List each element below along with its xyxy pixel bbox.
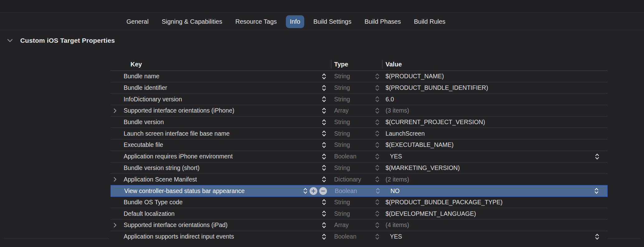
tab-general[interactable]: General [122,15,153,28]
key-label[interactable]: Supported interface orientations (iPad) [124,221,228,229]
plist-row[interactable]: View controller-based status bar appeara… [111,185,608,197]
key-stepper[interactable] [322,176,326,183]
value-label[interactable]: (3 items) [386,107,409,114]
tab-build-rules[interactable]: Build Rules [410,15,449,28]
type-stepper[interactable] [375,141,380,149]
type-stepper[interactable] [375,164,380,172]
plist-row[interactable]: Default localization String $(DEVELOPMEN… [111,208,608,220]
value-label[interactable]: $(CURRENT_PROJECT_VERSION) [386,119,485,126]
value-label[interactable]: $(DEVELOPMENT_LANGUAGE) [386,210,476,217]
key-stepper[interactable] [322,107,326,114]
type-cell[interactable]: String [331,71,382,82]
key-label[interactable]: Supported interface orientations (iPhone… [124,107,234,114]
value-label[interactable]: 6.0 [386,96,394,103]
plist-row[interactable]: Launch screen interface file base name S… [111,128,608,139]
type-stepper[interactable] [375,107,380,114]
plist-row[interactable]: Application Scene Manifest Dictionary (2… [111,174,608,185]
plist-row[interactable]: Supported interface orientations (iPad) … [111,220,608,231]
key-stepper[interactable] [322,130,326,137]
type-cell[interactable]: String [331,94,382,105]
type-stepper[interactable] [375,73,380,80]
key-stepper[interactable] [322,119,326,126]
key-label[interactable]: Launch screen interface file base name [124,130,230,137]
value-stepper[interactable] [595,153,599,160]
key-label[interactable]: Bundle version string (short) [124,164,200,172]
value-label[interactable]: YES [390,153,402,160]
type-cell[interactable]: Array [331,105,382,116]
plist-row[interactable]: Bundle name String $(PRODUCT_NAME) [111,71,608,82]
plist-row[interactable]: Application requires iPhone environment … [111,151,608,162]
value-label[interactable]: $(PRODUCT_BUNDLE_IDENTIFIER) [386,84,488,91]
type-stepper[interactable] [375,84,380,92]
type-stepper[interactable] [375,130,380,137]
key-label[interactable]: Bundle identifier [124,84,167,91]
type-stepper[interactable] [375,221,380,229]
chevron-right-icon[interactable] [113,177,117,182]
type-cell[interactable]: String [331,82,382,94]
key-stepper[interactable] [322,221,326,229]
value-label[interactable]: LaunchScreen [386,130,425,137]
type-cell[interactable]: String [331,128,382,139]
type-cell[interactable]: String [331,208,382,219]
tab-signing-capabilities[interactable]: Signing & Capabilities [158,15,226,28]
type-cell[interactable]: String [331,197,382,208]
value-label[interactable]: NO [391,187,400,195]
key-stepper[interactable] [322,95,326,103]
key-label[interactable]: Executable file [124,141,163,148]
key-stepper[interactable] [322,141,326,149]
type-cell[interactable]: Dictionary [331,174,382,185]
type-cell[interactable]: String [331,117,382,128]
plist-row[interactable]: Supported interface orientations (iPhone… [111,105,608,117]
chevron-right-icon[interactable] [113,108,117,114]
type-stepper[interactable] [375,210,380,217]
type-cell[interactable]: Boolean [331,151,382,162]
key-label[interactable]: Bundle OS Type code [124,199,182,206]
key-stepper[interactable] [303,187,308,195]
type-cell[interactable]: Boolean [331,231,382,243]
key-label[interactable]: Application Scene Manifest [124,176,197,183]
type-stepper[interactable] [375,153,380,160]
type-stepper[interactable] [375,95,380,103]
plist-row[interactable]: Application supports indirect input even… [111,231,608,243]
value-label[interactable]: $(PRODUCT_BUNDLE_PACKAGE_TYPE) [386,199,503,206]
add-row-button[interactable] [310,187,317,195]
key-stepper[interactable] [322,73,326,80]
key-stepper[interactable] [322,233,326,240]
key-label[interactable]: Application supports indirect input even… [124,233,234,240]
type-cell[interactable]: String [331,162,382,174]
key-label[interactable]: Application requires iPhone environment [124,153,233,160]
plist-row[interactable]: InfoDictionary version String 6.0 [111,94,608,105]
key-stepper[interactable] [322,164,326,172]
type-stepper[interactable] [375,119,380,126]
value-stepper[interactable] [594,187,599,195]
tab-build-settings[interactable]: Build Settings [309,15,355,28]
type-stepper[interactable] [376,187,380,195]
type-stepper[interactable] [375,198,380,206]
key-label[interactable]: Bundle version [124,119,164,126]
plist-row[interactable]: Bundle version String $(CURRENT_PROJECT_… [111,117,608,128]
key-label[interactable]: View controller-based status bar appeara… [124,187,245,195]
type-stepper[interactable] [375,233,380,240]
type-cell[interactable]: Array [331,220,382,231]
value-label[interactable]: $(EXECUTABLE_NAME) [386,141,454,148]
plist-row[interactable]: Bundle identifier String $(PRODUCT_BUNDL… [111,82,608,94]
chevron-right-icon[interactable] [113,222,117,228]
value-label[interactable]: $(MARKETING_VERSION) [386,164,460,172]
tab-build-phases[interactable]: Build Phases [360,15,405,28]
key-stepper[interactable] [322,210,326,217]
key-label[interactable]: InfoDictionary version [124,96,182,103]
remove-row-button[interactable] [319,187,327,195]
key-stepper[interactable] [322,84,326,92]
value-label[interactable]: (2 items) [386,176,409,183]
type-cell[interactable]: Boolean [332,186,383,196]
key-label[interactable]: Default localization [124,210,175,217]
key-label[interactable]: Bundle name [124,73,159,80]
plist-row[interactable]: Bundle version string (short) String $(M… [111,162,608,174]
value-stepper[interactable] [595,233,599,240]
type-cell[interactable]: String [331,139,382,151]
tab-info[interactable]: Info [286,15,304,28]
key-stepper[interactable] [322,153,326,160]
plist-row[interactable]: Executable file String $(EXECUTABLE_NAME… [111,139,608,151]
chevron-down-icon[interactable] [7,38,13,43]
type-stepper[interactable] [375,176,380,183]
